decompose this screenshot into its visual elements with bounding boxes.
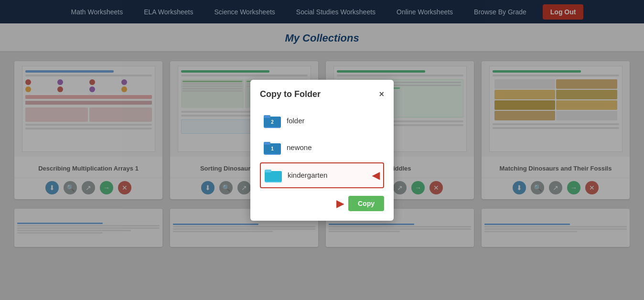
modal-overlay: Copy to Folder × 2 folder	[0, 0, 644, 300]
svg-rect-9	[265, 171, 282, 182]
folder-name: folder	[287, 117, 305, 125]
folder-icon: 2	[264, 114, 281, 128]
folder-icon	[265, 168, 282, 182]
folder-item-folder[interactable]: 2 folder	[260, 109, 384, 133]
arrow-right-indicator: ▶	[336, 198, 343, 209]
folder-icon: 1	[264, 140, 281, 155]
modal-header: Copy to Folder ×	[260, 89, 384, 99]
svg-rect-6	[264, 142, 270, 145]
copy-button[interactable]: Copy	[348, 196, 384, 211]
svg-rect-10	[265, 170, 271, 172]
svg-rect-2	[264, 115, 270, 118]
folder-item-kindergarten[interactable]: kindergarten ◀	[260, 162, 384, 188]
modal-close-button[interactable]: ×	[379, 89, 384, 99]
folder-name: newone	[287, 143, 312, 151]
svg-text:1: 1	[271, 146, 274, 151]
svg-text:2: 2	[271, 119, 274, 125]
folder-name: kindergarten	[288, 171, 327, 179]
modal-title: Copy to Folder	[260, 89, 321, 99]
arrow-left-indicator: ◀	[372, 170, 379, 181]
modal-footer: ▶ Copy	[260, 196, 384, 211]
folder-item-newone[interactable]: 1 newone	[260, 136, 384, 160]
copy-to-folder-modal: Copy to Folder × 2 folder	[250, 80, 394, 221]
